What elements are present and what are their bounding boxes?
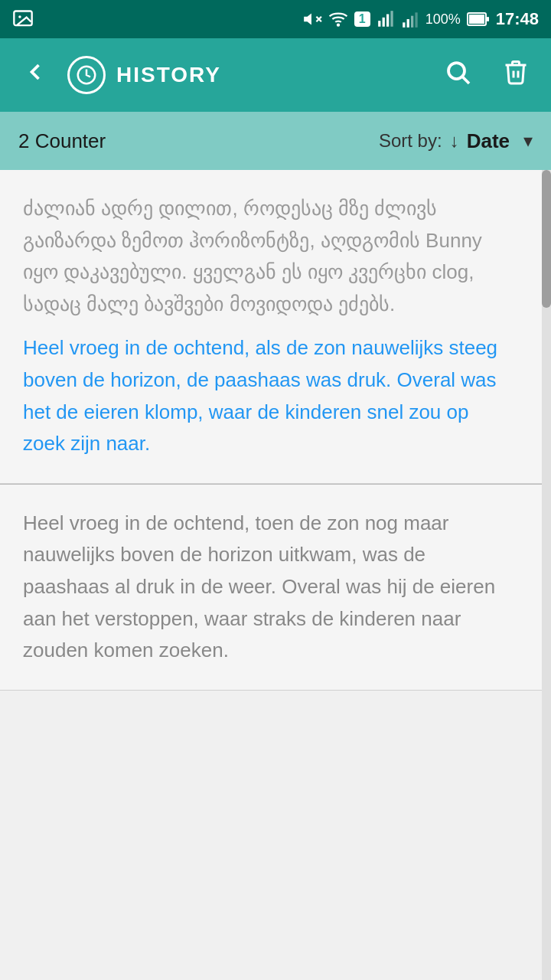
- sort-label: Sort by:: [379, 130, 442, 152]
- scrollbar[interactable]: [542, 170, 551, 980]
- dutch-blue-text-1: Heel vroeg in de ochtend, als de zon nau…: [23, 332, 505, 459]
- svg-rect-7: [382, 18, 384, 27]
- svg-rect-8: [386, 15, 389, 27]
- time-display: 17:48: [496, 9, 539, 29]
- svg-marker-2: [304, 13, 311, 24]
- wifi-icon: [328, 9, 348, 29]
- back-button[interactable]: [15, 52, 55, 99]
- georgian-text-1: ძალიან ადრე დილით, როდესაც მზე ძლივს გაი…: [23, 193, 505, 320]
- history-card-1: ძალიან ადრე დილით, როდესაც მზე ძლივს გაი…: [0, 170, 551, 484]
- scrollbar-thumb[interactable]: [542, 170, 551, 308]
- svg-point-1: [18, 15, 21, 18]
- signal2-icon: [403, 9, 419, 29]
- history-card-2: Heel vroeg in de ochtend, toen de zon no…: [0, 485, 551, 691]
- filter-bar: 2 Counter Sort by: ↓ Date ▾: [0, 112, 551, 170]
- battery-percent: 100%: [425, 11, 461, 28]
- status-bar-left: [12, 8, 34, 30]
- svg-rect-12: [411, 16, 413, 28]
- battery-icon: [467, 11, 490, 28]
- app-bar: HISTORY: [0, 38, 551, 112]
- svg-rect-16: [487, 17, 489, 21]
- svg-rect-15: [469, 15, 484, 24]
- delete-button[interactable]: [496, 52, 536, 98]
- mute-icon: [302, 9, 322, 29]
- title-group: HISTORY: [67, 56, 425, 94]
- signal-icon: [377, 9, 396, 29]
- search-button[interactable]: [438, 52, 478, 98]
- svg-rect-13: [415, 12, 417, 28]
- svg-rect-0: [14, 11, 31, 26]
- status-bar: 1 100% 17:48: [0, 0, 551, 38]
- svg-line-19: [463, 77, 469, 83]
- svg-point-5: [337, 24, 339, 26]
- svg-rect-10: [403, 22, 405, 28]
- sort-group[interactable]: Sort by: ↓ Date ▾: [379, 129, 533, 153]
- svg-rect-11: [406, 19, 409, 28]
- notification-badge: 1: [354, 11, 370, 27]
- app-bar-actions: [438, 52, 536, 98]
- counter-text: 2 Counter: [18, 129, 106, 153]
- sort-direction-icon: ↓: [450, 130, 459, 152]
- dropdown-icon[interactable]: ▾: [523, 130, 533, 152]
- sort-value: Date: [467, 129, 510, 153]
- dutch-gray-text-2: Heel vroeg in de ochtend, toen de zon no…: [23, 508, 505, 667]
- image-icon: [12, 8, 34, 30]
- app-bar-title: HISTORY: [116, 63, 221, 87]
- svg-rect-6: [378, 21, 380, 27]
- history-icon: [67, 56, 106, 94]
- svg-point-18: [448, 63, 465, 79]
- content-area: ძალიან ადრე დილით, როდესაც მზე ძლივს გაი…: [0, 170, 551, 980]
- svg-rect-9: [390, 11, 393, 27]
- status-bar-right: 1 100% 17:48: [302, 9, 539, 29]
